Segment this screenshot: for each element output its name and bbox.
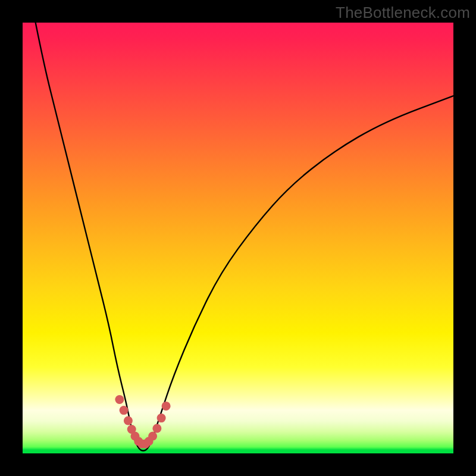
highlight-marker xyxy=(124,416,133,425)
plot-area xyxy=(23,23,453,453)
chart-svg xyxy=(23,23,453,453)
watermark-text: TheBottleneck.com xyxy=(336,4,470,22)
highlight-marker-group xyxy=(115,395,170,449)
bottleneck-curve xyxy=(36,23,453,451)
highlight-marker xyxy=(115,395,124,404)
highlight-marker xyxy=(162,402,171,411)
highlight-marker xyxy=(157,414,166,422)
highlight-marker xyxy=(148,432,157,441)
highlight-marker xyxy=(120,406,129,415)
highlight-marker xyxy=(152,424,161,433)
chart-frame: TheBottleneck.com xyxy=(0,0,476,476)
